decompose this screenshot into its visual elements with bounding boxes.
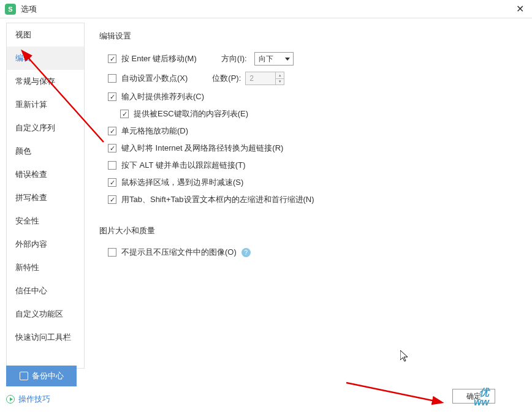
sidebar-item[interactable]: 自定义序列 [7,116,84,140]
sidebar-item[interactable]: 安全性 [7,209,84,233]
content-pane: 编辑设置 按 Enter 键后移动(M) 方向(I): 向下 自动设置小数点(X… [85,18,532,369]
checkbox-internet-link[interactable] [108,144,116,152]
sidebar: 视图编辑常规与保存重新计算自定义序列颜色错误检查拼写检查安全性外部内容新特性信任… [6,23,85,369]
sidebar-item[interactable]: 重新计算 [7,93,84,116]
checkbox-auto-decimal[interactable] [108,74,116,83]
label-esc-suggest: 提供被ESC键取消的内容列表(E) [134,108,248,119]
label-internet-link: 键入时将 Internet 及网络路径转换为超链接(R) [121,143,283,154]
checkbox-esc-suggest[interactable] [120,110,129,118]
select-direction[interactable]: 向下 [254,52,294,66]
sidebar-item[interactable]: 外部内容 [7,233,84,256]
label-no-compress: 不提示且不压缩文件中的图像(O) [121,247,237,258]
spinner-places[interactable]: 2 ▲▼ [245,72,284,85]
label-places: 位数(P): [212,73,243,84]
section-title-edit: 编辑设置 [99,31,517,42]
help-icon[interactable]: ? [241,248,251,257]
spinner-up-icon[interactable]: ▲ [276,72,284,79]
sidebar-item[interactable]: 新特性 [7,256,84,279]
sidebar-item[interactable]: 视图 [7,23,84,47]
close-icon[interactable]: ✕ [512,2,527,17]
checkbox-drag-fill[interactable] [108,127,116,135]
sidebar-item[interactable]: 常规与保存 [7,70,84,93]
checkbox-alt-click[interactable] [108,161,116,170]
sidebar-item[interactable]: 错误检查 [7,163,84,186]
checkbox-no-compress[interactable] [108,248,116,257]
sidebar-item[interactable]: 自定义功能区 [7,302,84,326]
checkbox-mouse-select[interactable] [108,178,116,187]
spinner-down-icon[interactable]: ▼ [276,79,284,85]
label-tab-indent: 用Tab、Shift+Tab设置文本框内的左缩进和首行缩进(N) [121,194,314,205]
ok-button[interactable]: 确定 [452,389,495,404]
app-icon: S [5,4,16,15]
sidebar-item[interactable]: 拼写检查 [7,186,84,209]
sidebar-item[interactable]: 编辑 [7,47,84,70]
sidebar-item[interactable]: 信任中心 [7,279,84,302]
section-title-image: 图片大小和质量 [99,225,517,236]
label-suggest-list: 输入时提供推荐列表(C) [121,91,204,102]
checkbox-tab-indent[interactable] [108,195,116,204]
sidebar-item[interactable]: 快速访问工具栏 [7,326,84,349]
label-auto-decimal: 自动设置小数点(X) [121,73,188,84]
label-drag-fill: 单元格拖放功能(D) [121,126,188,137]
sidebar-item[interactable]: 颜色 [7,140,84,163]
backup-center-button[interactable]: 备份中心 [6,366,77,386]
label-mouse-select: 鼠标选择区域，遇到边界时减速(S) [121,177,243,188]
label-alt-click: 按下 ALT 键并单击以跟踪超链接(T) [121,160,245,171]
backup-icon [20,372,28,380]
checkbox-enter-move[interactable] [108,54,116,63]
window-title: 选项 [21,4,512,15]
play-icon [6,395,15,404]
label-enter-move: 按 Enter 键后移动(M) [121,53,197,64]
checkbox-suggest-list[interactable] [108,92,116,101]
label-direction: 方向(I): [221,53,252,64]
tips-link[interactable]: 操作技巧 [6,394,526,405]
